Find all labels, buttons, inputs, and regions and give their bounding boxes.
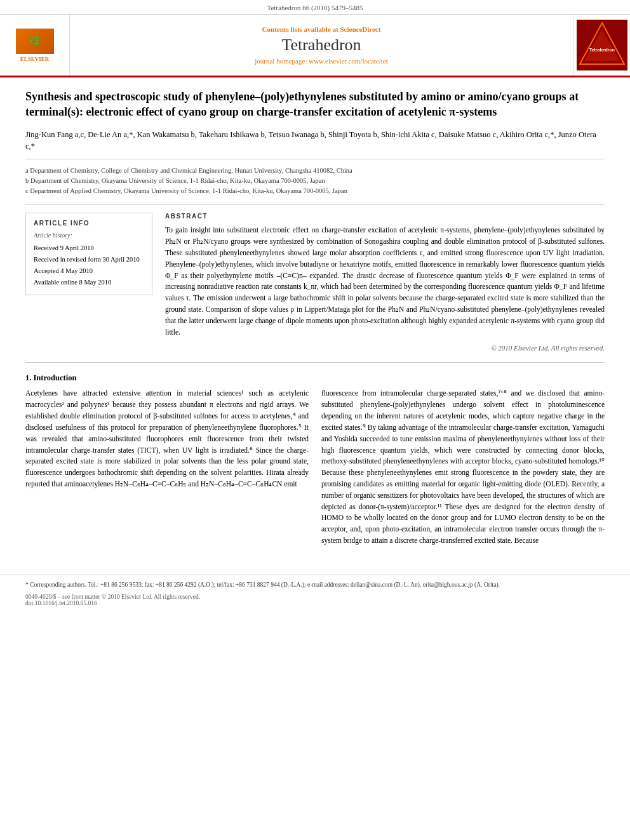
top-bar: Tetrahedron 66 (2010) 5479–5485 — [0, 0, 630, 15]
tetrahedron-logo: Tetrahedron — [577, 20, 627, 70]
sciencedirect-link: Contents lists available at ScienceDirec… — [262, 25, 381, 33]
info-abstract-section: Article Info Article history: Received 9… — [25, 213, 605, 352]
introduction-body: Acetylenes have attracted extensive atte… — [25, 388, 605, 546]
journal-logo-area: Tetrahedron — [573, 15, 630, 76]
journal-title-header: Tetrahedron — [281, 36, 361, 55]
accepted-date: Accepted 4 May 2010 — [34, 265, 144, 277]
homepage-url[interactable]: www.elsevier.com/locate/tet — [309, 57, 388, 65]
affiliation-b: b Department of Chemistry, Okayama Unive… — [25, 176, 605, 186]
svg-text:Tetrahedron: Tetrahedron — [589, 48, 614, 52]
affiliations: a Department of Chemistry, College of Ch… — [25, 166, 605, 196]
available-online-date: Available online 8 May 2010 — [34, 277, 144, 288]
abstract-column: Abstract To gain insight into substituen… — [165, 213, 605, 352]
abstract-label: Abstract — [165, 213, 605, 220]
authors-text: Jing-Kun Fang a,c, De-Lie An a,*, Kan Wa… — [25, 130, 596, 151]
revised-date: Received in revised form 30 April 2010 — [34, 254, 144, 265]
section1-heading: 1. Introduction — [25, 373, 605, 383]
footnote-section: * Corresponding authors. Tel.: +81 86 25… — [25, 580, 605, 590]
section-divider — [25, 362, 605, 363]
journal-header-center: Contents lists available at ScienceDirec… — [70, 15, 573, 76]
elsevier-logo-area: ELSEVIER — [0, 15, 70, 76]
elsevier-logo-graphic — [16, 29, 54, 54]
intro-col-right: fluorescence from intramolecular charge-… — [321, 388, 605, 546]
intro-col-left: Acetylenes have attracted extensive atte… — [25, 388, 309, 546]
abstract-copyright: © 2010 Elsevier Ltd. All rights reserved… — [165, 344, 605, 352]
tetrahedron-logo-svg: Tetrahedron — [577, 20, 627, 70]
elsevier-label: ELSEVIER — [20, 56, 50, 62]
divider-after-authors — [25, 159, 605, 159]
section1-title: Introduction — [34, 373, 77, 382]
history-label: Article history: — [34, 232, 144, 239]
elsevier-logo: ELSEVIER — [16, 29, 54, 62]
divider-after-affiliations — [25, 204, 605, 205]
article-info-column: Article Info Article history: Received 9… — [25, 213, 152, 352]
affiliation-a: a Department of Chemistry, College of Ch… — [25, 166, 605, 176]
journal-homepage: journal homepage: www.elsevier.com/locat… — [255, 57, 387, 65]
doi-line: doi:10.1016/j.tet.2010.05.016 — [25, 600, 605, 606]
received-date: Received 9 April 2010 — [34, 243, 144, 254]
journal-header: ELSEVIER Contents lists available at Sci… — [0, 15, 630, 77]
article-info-label: Article Info — [34, 220, 144, 227]
copyright-bottom: 0040-4020/$ – see front matter © 2010 El… — [25, 594, 605, 600]
article-footer: * Corresponding authors. Tel.: +81 86 25… — [0, 575, 630, 606]
abstract-text: To gain insight into substituent electro… — [165, 225, 605, 338]
corresponding-note: * Corresponding authors. Tel.: +81 86 25… — [25, 580, 605, 590]
article-info-box: Article Info Article history: Received 9… — [25, 213, 152, 295]
section1-number: 1. — [25, 373, 31, 382]
affiliation-c: c Department of Applied Chemistry, Okaya… — [25, 186, 605, 196]
article-title: Synthesis and spectroscopic study of phe… — [25, 89, 605, 120]
journal-citation: Tetrahedron 66 (2010) 5479–5485 — [267, 4, 363, 11]
authors-line: Jing-Kun Fang a,c, De-Lie An a,*, Kan Wa… — [25, 129, 605, 153]
sciencedirect-name[interactable]: ScienceDirect — [340, 25, 380, 33]
article-content: Synthesis and spectroscopic study of phe… — [0, 77, 630, 559]
